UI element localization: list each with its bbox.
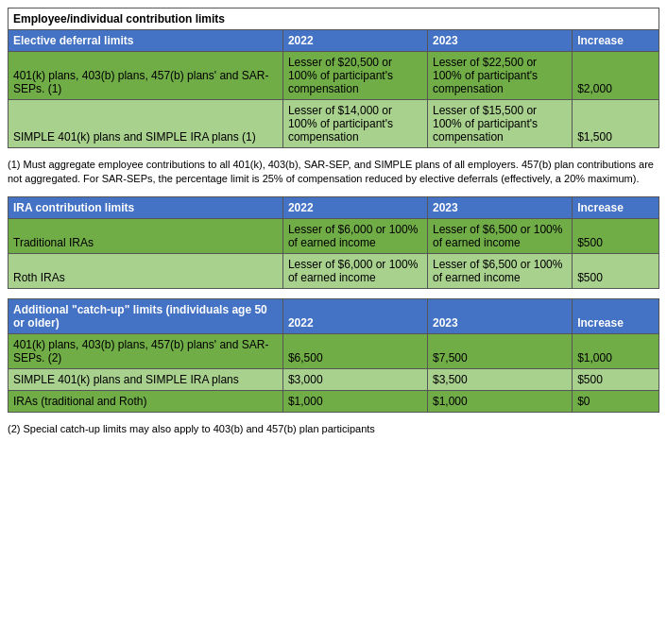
table-row: Lesser of $15,500 or 100% of participant… [428, 100, 573, 148]
table-row: $500 [573, 253, 659, 288]
table2-header-col4: Increase [573, 196, 659, 218]
table-row: Lesser of $6,000 or 100% of earned incom… [282, 218, 427, 253]
table2-header-col1: IRA contribution limits [9, 196, 283, 218]
table-row: 401(k) plans, 403(b) plans, 457(b) plans… [9, 333, 283, 368]
table-row: Lesser of $6,500 or 100% of earned incom… [428, 253, 573, 288]
table-row: SIMPLE 401(k) plans and SIMPLE IRA plans [9, 368, 283, 390]
table3-header-col3: 2023 [428, 298, 573, 333]
table-row: $2,000 [573, 52, 659, 100]
table-row: Traditional IRAs [9, 218, 283, 253]
table1-header-col2: 2022 [282, 30, 427, 52]
table-row: $3,000 [282, 368, 427, 390]
table-row: $7,500 [428, 333, 573, 368]
table1-header-col3: 2023 [428, 30, 573, 52]
elective-deferral-table: Employee/individual contribution limits … [8, 8, 659, 148]
ira-contribution-table: IRA contribution limits 2022 2023 Increa… [8, 196, 659, 289]
table-row: Lesser of $14,000 or 100% of participant… [282, 100, 427, 148]
table1-note: (1) Must aggregate employee contribution… [8, 158, 659, 187]
table-row: $500 [573, 218, 659, 253]
table-row: $1,000 [573, 333, 659, 368]
table-row: Lesser of $6,500 or 100% of earned incom… [428, 218, 573, 253]
table2-header-col3: 2023 [428, 196, 573, 218]
table3-header-col1: Additional "catch-up" limits (individual… [9, 298, 283, 333]
table-row: $3,500 [428, 368, 573, 390]
table-row: Lesser of $6,000 or 100% of earned incom… [282, 253, 427, 288]
table3-note: (2) Special catch-up limits may also app… [8, 422, 659, 436]
table-row: $500 [573, 368, 659, 390]
table1-section-title: Employee/individual contribution limits [9, 8, 659, 30]
catchup-limits-table: Additional "catch-up" limits (individual… [8, 298, 659, 413]
table1-header-col1: Elective deferral limits [9, 30, 283, 52]
table-row: $1,000 [428, 390, 573, 412]
table-row: SIMPLE 401(k) plans and SIMPLE IRA plans… [9, 100, 283, 148]
table-row: 401(k) plans, 403(b) plans, 457(b) plans… [9, 52, 283, 100]
table2-header-col2: 2022 [282, 196, 427, 218]
table-row: Lesser of $22,500 or 100% of participant… [428, 52, 573, 100]
table-row: $1,500 [573, 100, 659, 148]
table1-header-col4: Increase [573, 30, 659, 52]
table-row: $6,500 [282, 333, 427, 368]
table-row: Lesser of $20,500 or 100% of participant… [282, 52, 427, 100]
table3-header-col2: 2022 [282, 298, 427, 333]
table-row: $0 [573, 390, 659, 412]
table-row: $1,000 [282, 390, 427, 412]
table3-header-col4: Increase [573, 298, 659, 333]
table-row: Roth IRAs [9, 253, 283, 288]
table-row: IRAs (traditional and Roth) [9, 390, 283, 412]
